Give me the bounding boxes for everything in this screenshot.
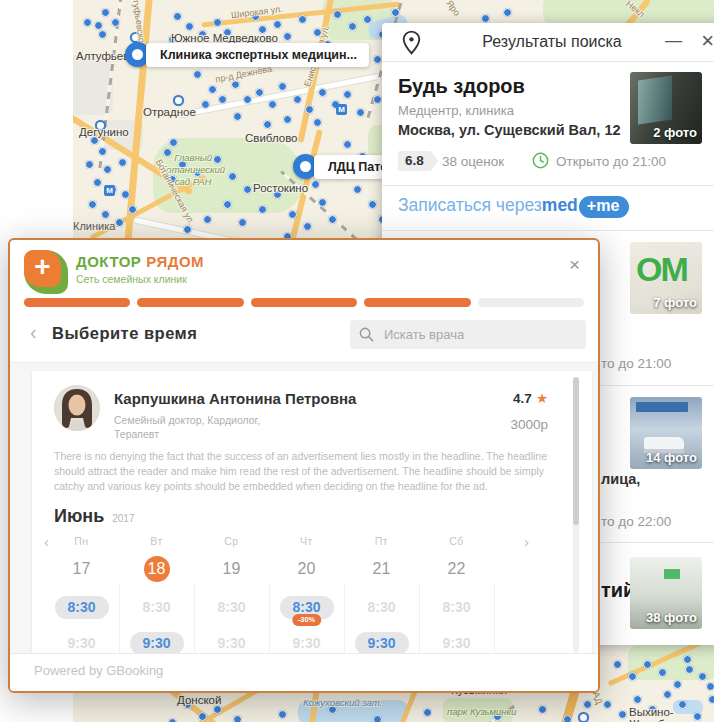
clinic-dot[interactable]	[288, 210, 297, 219]
clinic-dot[interactable]	[293, 95, 302, 104]
clinic-dot[interactable]	[198, 712, 207, 721]
clinic-dot[interactable]	[255, 88, 264, 97]
clinic-dot[interactable]	[328, 215, 337, 224]
clinic-dot[interactable]	[118, 158, 127, 167]
clinic-dot[interactable]	[238, 218, 247, 227]
clinic-dot[interactable]	[169, 138, 178, 147]
clinic-dot[interactable]	[683, 655, 692, 664]
date-cell[interactable]: 17	[69, 556, 95, 582]
clinic-dot[interactable]	[83, 18, 92, 27]
clinic-dot[interactable]	[633, 695, 642, 704]
clinic-dot[interactable]	[673, 680, 682, 689]
clinic-dot[interactable]	[423, 708, 432, 717]
back-chevron-icon[interactable]: ‹	[30, 322, 37, 342]
clinic-dot[interactable]	[503, 8, 512, 17]
result-title[interactable]: Будь здоров	[398, 75, 525, 98]
clinic-dot[interactable]	[628, 672, 637, 681]
clinic-dot[interactable]	[213, 705, 222, 714]
date-cell[interactable]: 20	[294, 556, 320, 582]
clinic-dot[interactable]	[213, 18, 222, 27]
clinic-dot[interactable]	[101, 210, 110, 219]
clinic-dot[interactable]	[218, 95, 227, 104]
clinic-dot[interactable]	[278, 710, 287, 719]
clinic-dot[interactable]	[313, 118, 322, 127]
clinic-dot[interactable]	[613, 660, 622, 669]
booking-link-text[interactable]: Записаться через	[398, 195, 542, 215]
clinic-dot[interactable]	[538, 705, 547, 714]
clinic-dot[interactable]	[88, 200, 97, 209]
clinic-dot[interactable]	[103, 165, 112, 174]
clinic-dot[interactable]	[348, 22, 357, 31]
booking-link[interactable]: Записаться черезmed+me	[398, 195, 629, 218]
clinic-dot[interactable]	[173, 12, 182, 21]
clinic-dot[interactable]	[663, 690, 672, 699]
date-cell[interactable]: 19	[219, 556, 245, 582]
result-photo[interactable]: ОМ 7 фото	[630, 242, 702, 314]
map-marker-clinic-expert[interactable]: Клиника экспертных медицин...	[125, 42, 369, 67]
clinic-dot[interactable]	[193, 70, 202, 79]
clinic-dot[interactable]	[333, 10, 342, 19]
calendar-next-icon[interactable]: ›	[524, 533, 529, 550]
clinic-dot[interactable]	[298, 15, 307, 24]
scrollbar-thumb[interactable]	[573, 377, 579, 525]
clinic-dot[interactable]	[618, 710, 627, 719]
clinic-dot[interactable]	[283, 32, 292, 41]
clinic-dot[interactable]	[228, 172, 237, 181]
clinic-dot[interactable]	[685, 665, 694, 674]
medme-brand-text[interactable]: med	[542, 195, 578, 215]
clinic-dot[interactable]	[363, 15, 372, 24]
doctor-row[interactable]: Карпушкина Антонина Петровна Семейный до…	[32, 371, 592, 443]
clinic-dot[interactable]	[356, 108, 365, 117]
clinic-dot[interactable]	[85, 160, 94, 169]
time-slot[interactable]: 9:30	[130, 632, 184, 655]
clinic-dot[interactable]	[168, 718, 177, 722]
clinic-dot[interactable]	[233, 715, 242, 722]
clinic-dot[interactable]	[128, 205, 137, 214]
result-photo[interactable]: 14 фото	[630, 397, 702, 469]
doctor-search-box[interactable]	[350, 320, 586, 349]
clinic-dot[interactable]	[233, 112, 242, 121]
clinic-dot[interactable]	[578, 712, 589, 722]
clinic-dot[interactable]	[208, 85, 217, 94]
clinic-dot[interactable]	[305, 105, 314, 114]
marker-label[interactable]: Клиника экспертных медицин...	[146, 43, 369, 67]
clinic-dot[interactable]	[353, 185, 362, 194]
clinic-dot[interactable]	[273, 20, 282, 29]
clinic-dot[interactable]	[94, 21, 103, 30]
clinic-dot[interactable]	[93, 178, 102, 187]
result-photo[interactable]: 38 фото	[630, 557, 702, 629]
result-photo[interactable]: 2 фото	[630, 72, 702, 144]
clinic-dot[interactable]	[373, 55, 382, 64]
clinic-dot[interactable]	[185, 22, 194, 31]
clinic-dot[interactable]	[343, 90, 352, 99]
clinic-dot[interactable]	[583, 700, 592, 709]
clinic-dot[interactable]	[343, 140, 352, 149]
clinic-dot[interactable]	[111, 18, 120, 27]
clinic-dot[interactable]	[268, 100, 277, 109]
clinic-dot[interactable]	[658, 668, 667, 677]
clinic-dot[interactable]	[201, 100, 210, 109]
clinic-dot[interactable]	[173, 95, 184, 106]
clinic-dot[interactable]	[303, 222, 312, 231]
clinic-dot[interactable]	[311, 180, 320, 189]
date-cell[interactable]: 21	[369, 556, 395, 582]
clinic-dot[interactable]	[643, 660, 652, 669]
clinic-dot[interactable]	[318, 198, 327, 207]
clinic-dot[interactable]	[223, 200, 232, 209]
clinic-dot[interactable]	[706, 682, 714, 691]
clinic-dot[interactable]	[708, 695, 714, 704]
clinic-dot[interactable]	[258, 205, 267, 214]
calendar-prev-icon[interactable]: ‹	[44, 533, 49, 550]
close-icon[interactable]: ×	[701, 27, 714, 55]
clinic-dot[interactable]	[243, 95, 252, 104]
clinic-dot[interactable]	[98, 30, 107, 39]
clinic-dot[interactable]	[391, 8, 400, 17]
clinic-dot[interactable]	[278, 82, 287, 91]
clinic-dot[interactable]	[368, 200, 377, 209]
clinic-dot[interactable]	[481, 14, 490, 23]
clinic-dot[interactable]	[115, 218, 124, 227]
clinic-dot[interactable]	[263, 120, 272, 129]
clinic-dot[interactable]	[698, 672, 707, 681]
clinic-dot[interactable]	[318, 88, 327, 97]
medme-pill[interactable]: +me	[579, 196, 629, 218]
